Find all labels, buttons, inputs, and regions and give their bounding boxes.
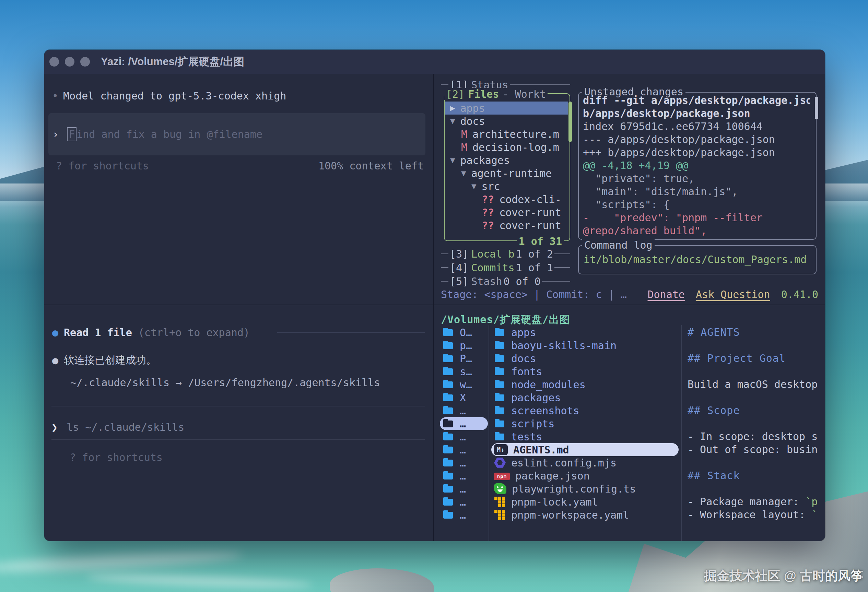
section-number: [4] (449, 262, 470, 274)
file-label: baoyu-skills-main (511, 340, 617, 351)
window-titlebar[interactable]: Yazi: /Volumes/扩展硬盘/出图 (44, 50, 825, 74)
parent-dir-row[interactable]: P… (440, 352, 488, 365)
preview-text: Build a macOS desktop (688, 378, 818, 390)
file-row[interactable]: pnpm-workspace.yaml (491, 508, 679, 521)
section-suffix: - Workt (501, 88, 548, 100)
file-row[interactable]: node_modules (491, 378, 679, 391)
codex-prompt-input[interactable]: › F ind and fix a bug in @filename (49, 113, 425, 155)
tree-row[interactable]: ?? codex-cli- (445, 193, 568, 206)
tree-row[interactable]: M decision-log.m (445, 141, 568, 154)
tree-row[interactable]: ▶ apps (445, 102, 568, 115)
parent-dir-row[interactable]: O… (440, 326, 488, 339)
tree-row[interactable]: ?? cover-runt (445, 219, 568, 232)
folder-icon (443, 418, 454, 429)
tree-row[interactable]: ▼ packages (445, 154, 568, 167)
folder-icon (443, 393, 454, 403)
preview-line: Build a macOS desktop (688, 378, 822, 391)
claude-result-line: ●软连接已创建成功。 (52, 353, 425, 368)
tree-row[interactable]: ▼ agent-runtime (445, 167, 568, 180)
preview-line (688, 482, 822, 495)
preview-text: ## Scope (688, 405, 740, 416)
claude-command-line[interactable]: ❯ls ~/.claude/skills (52, 421, 425, 433)
tree-row[interactable]: ?? cover-runt (445, 206, 568, 219)
dir-label: … (460, 509, 466, 521)
preview-line: ## Stack (688, 469, 822, 482)
gitui-file-tree: ▶ apps ▼ docs M architecture.m M decisio… (445, 102, 568, 232)
file-row[interactable]: apps (491, 326, 679, 339)
ask-question-link[interactable]: Ask Question (696, 288, 770, 300)
gitui-pane: [1] Status [2] Files - Workt ▶ apps ▼ (434, 74, 825, 304)
tree-row[interactable]: ▼ src (445, 180, 568, 193)
scrollbar-thumb[interactable] (568, 102, 572, 142)
parent-dir-row[interactable]: … (440, 469, 488, 482)
section-count: 1 of 1 (516, 262, 554, 274)
donate-link[interactable]: Donate (648, 288, 685, 300)
parent-dir-row[interactable]: … (440, 495, 488, 508)
parent-dir-row[interactable]: … (440, 456, 488, 469)
file-row[interactable]: docs (491, 352, 679, 365)
folder-icon (443, 484, 454, 494)
folder-icon (443, 340, 454, 351)
parent-dir-row[interactable]: X (440, 391, 488, 404)
file-type-icon (494, 457, 506, 468)
gitui-files-header[interactable]: [2] Files - Workt (441, 87, 548, 100)
parent-dir-row[interactable]: … (440, 430, 488, 443)
file-row[interactable]: screenshots (491, 404, 679, 417)
gitui-section-header[interactable]: [4] Commits 1 of 1 (441, 261, 570, 274)
terminal-window: Yazi: /Volumes/扩展硬盘/出图 •Model changed to… (44, 50, 825, 541)
gitui-section-header[interactable]: [5] Stash 0 of 0 (441, 275, 570, 288)
zoom-button[interactable] (80, 57, 90, 66)
file-row[interactable]: tests (491, 430, 679, 443)
parent-dir-row[interactable]: … (440, 508, 488, 521)
parent-dir-row[interactable]: … (440, 482, 488, 495)
command-text: ls ~/.claude/skills (66, 421, 184, 433)
tree-marker-icon: M (461, 128, 467, 140)
file-row[interactable]: AGENTS.md (491, 443, 679, 456)
input-placeholder: ind and fix a bug in @filename (77, 128, 263, 140)
diff-content[interactable]: diff --git a/apps/desktop/package.jsonb/… (583, 94, 810, 238)
file-row[interactable]: playwright.config.ts (491, 482, 679, 495)
close-button[interactable] (49, 57, 59, 66)
parent-dir-row[interactable]: s… (440, 365, 488, 378)
preview-line (688, 456, 822, 469)
yazi-pane: /Volumes/扩展硬盘/出图 O… p… P… s… (434, 305, 825, 541)
section-count: 0 of 0 (503, 275, 542, 288)
tree-marker-icon: M (461, 141, 467, 153)
desktop: { "window": { "title": "Yazi: /Volumes/扩… (0, 0, 868, 592)
parent-dir-row[interactable]: p… (440, 339, 488, 352)
parent-dir-row[interactable]: w… (440, 378, 488, 391)
file-row[interactable]: package.json (491, 469, 679, 482)
parent-dir-row[interactable]: … (440, 404, 488, 417)
file-row[interactable]: eslint.config.mjs (491, 456, 679, 469)
file-row[interactable]: pnpm-lock.yaml (491, 495, 679, 508)
scrollbar-thumb[interactable] (815, 97, 818, 120)
preview-text: ## Stack (688, 469, 740, 481)
parent-dir-row[interactable]: … (440, 417, 488, 430)
file-type-icon (494, 340, 506, 351)
file-row[interactable]: baoyu-skills-main (491, 339, 679, 352)
tree-row[interactable]: ▼ docs (445, 115, 568, 128)
claude-read-line[interactable]: ●Read 1 file (ctrl+o to expand) (52, 326, 425, 338)
tree-marker-icon: ?? (482, 193, 494, 205)
file-type-icon (494, 393, 506, 403)
status-dot-icon: ● (52, 354, 58, 366)
preview-line (688, 391, 822, 404)
parent-dir-row[interactable]: … (440, 443, 488, 456)
file-row[interactable]: packages (491, 391, 679, 404)
diff-line: diff --git a/apps/desktop/package.json (583, 94, 810, 107)
file-row[interactable]: scripts (491, 417, 679, 430)
section-number: [2] (444, 88, 466, 100)
codex-event-line: •Model changed to gpt-5.3-codex xhigh (52, 90, 286, 102)
file-label: packages (511, 392, 561, 404)
gitui-section-header[interactable]: [3] Local b 1 of 2 (441, 247, 570, 260)
dir-label: … (460, 457, 466, 469)
file-row[interactable]: fonts (491, 365, 679, 378)
gitui-collapsed-sections: [3] Local b 1 of 2 [4] Commits 1 of 1 [5… (441, 247, 570, 288)
dir-label: P… (460, 353, 472, 365)
minimize-button[interactable] (65, 57, 74, 66)
preview-line: - Workspace layout: ` (688, 508, 822, 521)
dir-label: p… (460, 340, 472, 351)
version-label: 0.41.0 (781, 288, 818, 300)
tree-row[interactable]: M architecture.m (445, 128, 568, 141)
tree-label: packages (460, 154, 510, 166)
